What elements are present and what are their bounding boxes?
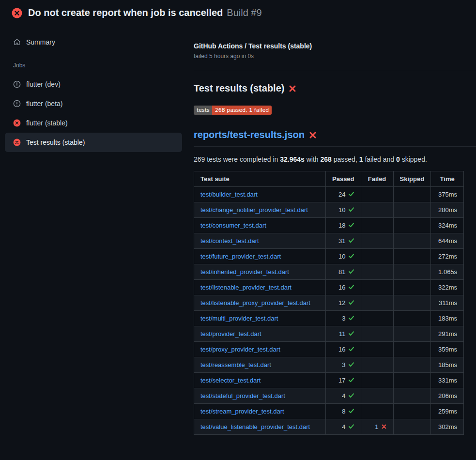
skipped-cell [393,357,431,373]
test-summary-line: 269 tests were completed in 32.964s with… [194,155,476,163]
passed-cell: 17 [326,373,361,388]
test-suite-link[interactable]: test/listenable_provider_test.dart [200,284,292,291]
test-suite-link[interactable]: test/listenable_proxy_provider_test.dart [200,299,310,307]
test-result-row: test/inherited_provider_test.dart811.065… [194,264,464,280]
check-run-title-text: Test results (stable) [194,83,284,94]
failed-cell [361,388,393,404]
suite-cell: test/selector_test.dart [194,373,326,388]
check-icon [348,377,354,383]
test-suite-link[interactable]: test/future_provider_test.dart [200,253,281,260]
failed-cell [361,187,393,202]
test-suite-link[interactable]: test/stateful_provider_test.dart [200,392,285,399]
check-icon [348,222,354,228]
check-icon [348,299,354,306]
failed-cell [361,342,393,357]
check-icon [348,361,354,368]
badge-value: 268 passed, 1 failed [212,106,272,115]
skipped-cell [393,388,431,404]
passed-cell: 16 [326,280,361,295]
test-suite-link[interactable]: test/proxy_provider_test.dart [200,346,280,353]
time-cell: 375ms [431,187,464,202]
time-cell: 302ms [431,419,464,435]
test-result-row: test/value_listenable_provider_test.dart… [194,419,464,435]
check-icon [348,253,354,259]
skipped-cell [393,280,431,295]
breadcrumb[interactable]: GitHub Actions / Test results (stable) [194,42,476,50]
check-icon [348,346,354,352]
test-suite-link[interactable]: test/consumer_test.dart [200,222,266,229]
failed-cell [361,326,393,342]
red-x-icon [309,131,317,139]
col-time: Time [431,171,464,187]
failed-cell [361,404,393,419]
red-x-icon [289,85,296,92]
failed-cell [361,249,393,264]
test-result-row: test/context_test.dart31644ms [194,233,464,249]
test-suite-link[interactable]: test/context_test.dart [200,237,259,245]
failed-cell [361,357,393,373]
test-suite-link[interactable]: test/selector_test.dart [200,377,261,384]
failed-cell [361,264,393,280]
check-icon [348,408,354,414]
col-skipped: Skipped [393,171,431,187]
skipped-cell [393,295,431,311]
skipped-cell [393,373,431,388]
test-result-row: test/multi_provider_test.dart3183ms [194,311,464,326]
main-panel: GitHub Actions / Test results (stable) f… [194,25,476,435]
report-file-link[interactable]: reports/test-results.json [194,129,305,140]
suite-cell: test/multi_provider_test.dart [194,311,326,326]
test-result-row: test/future_provider_test.dart10272ms [194,249,464,264]
time-cell: 322ms [431,280,464,295]
sidebar-item-flutter-dev[interactable]: flutter (dev) [5,75,182,94]
failed-cell [361,218,393,233]
skipped-cell [393,264,431,280]
passed-cell: 4 [326,388,361,404]
job-label: Test results (stable) [26,138,85,146]
test-suite-link[interactable]: test/provider_test.dart [200,330,261,337]
sidebar-item-flutter-beta[interactable]: flutter (beta) [5,94,182,113]
test-suite-link[interactable]: test/change_notifier_provider_test.dart [200,206,308,214]
job-label: flutter (dev) [26,80,61,88]
jobs-section-label: Jobs [5,52,182,75]
run-header: Do not create report when job is cancell… [0,0,476,25]
sidebar-item-flutter-stable[interactable]: flutter (stable) [5,113,182,133]
passed-cell: 4 [326,419,361,435]
test-suite-link[interactable]: test/inherited_provider_test.dart [200,268,289,276]
table-header-row: Test suite Passed Failed Skipped Time [194,171,464,187]
passed-cell: 16 [326,342,361,357]
skipped-cell [393,249,431,264]
passed-cell: 31 [326,233,361,249]
test-suite-link[interactable]: test/reassemble_test.dart [200,361,271,368]
check-icon [348,330,354,337]
failed-status-icon [12,8,22,18]
skipped-cell [393,202,431,218]
failed-cell [361,233,393,249]
skipped-cell [393,218,431,233]
sidebar: Summary Jobs flutter (dev) flutter (beta… [0,25,194,152]
test-suite-link[interactable]: test/multi_provider_test.dart [200,315,278,322]
check-icon [348,284,354,290]
skipped-cell [393,342,431,357]
test-suite-link[interactable]: test/stream_provider_test.dart [200,408,284,415]
cancelled-icon [13,100,21,107]
passed-cell: 12 [326,295,361,311]
test-result-row: test/change_notifier_provider_test.dart1… [194,202,464,218]
test-suite-link[interactable]: test/value_listenable_provider_test.dart [200,423,310,430]
col-failed: Failed [361,171,393,187]
check-icon [348,206,354,213]
col-passed: Passed [326,171,361,187]
test-result-row: test/consumer_test.dart18324ms [194,218,464,233]
passed-cell: 10 [326,249,361,264]
passed-cell: 10 [326,202,361,218]
failed-cell [361,202,393,218]
sidebar-item-test-results-stable[interactable]: Test results (stable) [5,133,182,152]
time-cell: 1.065s [431,264,464,280]
col-test-suite: Test suite [194,171,326,187]
test-suite-link[interactable]: test/builder_test.dart [200,191,258,198]
failed-icon [13,119,21,127]
failed-icon [13,138,21,146]
sidebar-item-summary[interactable]: Summary [5,32,182,52]
test-result-row: test/reassemble_test.dart3185ms [194,357,464,373]
skipped-cell [393,404,431,419]
suite-cell: test/reassemble_test.dart [194,357,326,373]
